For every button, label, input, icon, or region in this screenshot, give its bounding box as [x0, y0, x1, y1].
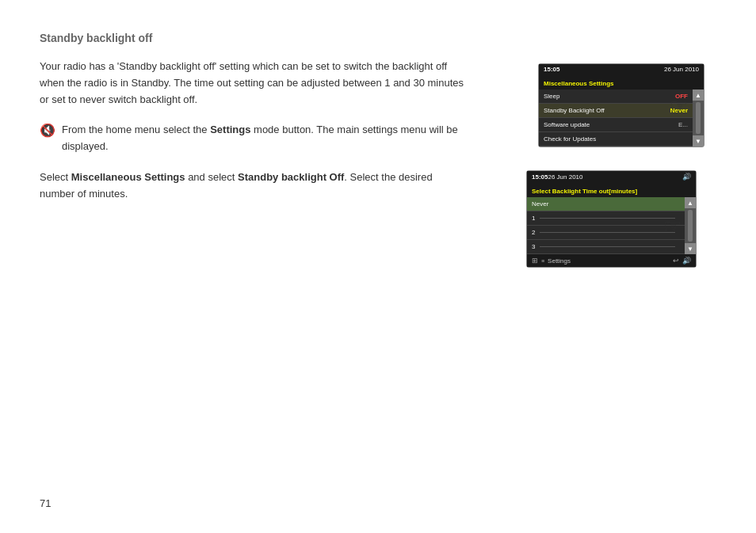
device1-row-sleep: Sleep OFF [539, 89, 693, 104]
device1-scrollbar[interactable]: ▲ ▼ [693, 89, 704, 147]
device1-sleep-label: Sleep [544, 93, 559, 100]
device2-scroll-track [688, 210, 693, 242]
device2-time: 15:05 [532, 173, 548, 181]
device2-label-2: 2 [532, 229, 535, 236]
device2-scroll-down-btn[interactable]: ▼ [685, 243, 696, 254]
body-paragraph: Your radio has a 'Standby backlight off'… [40, 59, 468, 108]
device2-item-never: Never [527, 197, 685, 211]
device2-label-3: 3 [532, 243, 535, 250]
device2-item-2: 2 [527, 226, 685, 240]
device2-date: 26 Jun 2010 [548, 173, 582, 181]
main-content: Standby backlight off Your radio has a '… [0, 0, 507, 234]
device1-sleep-value: OFF [675, 93, 688, 100]
device1-check-label: Check for Updates [544, 135, 596, 143]
bottom-volume-icon: 🔊 [682, 257, 691, 265]
scroll-down-btn[interactable]: ▼ [693, 135, 704, 147]
device1-software-value: E... [678, 121, 688, 128]
misc-settings-bold: Miscellaneous Settings [71, 171, 185, 183]
standby-backlight-bold: Standby backlight Off [238, 171, 344, 183]
device1-title: Miscellaneous Settings [544, 80, 613, 87]
device1-row-standby: Standby Backlight Off Never [539, 104, 693, 118]
scroll-track [696, 102, 701, 134]
device1-time: 15:05 [544, 66, 559, 73]
device2-volume-icon: 🔊 [682, 173, 691, 181]
scroll-up-btn[interactable]: ▲ [693, 89, 704, 101]
device2-scroll-up-btn[interactable]: ▲ [685, 197, 696, 208]
bottom-grid-icon: ⊞ [532, 257, 538, 265]
bottom-settings-label: Settings [548, 257, 571, 265]
instruction-block: 🔇 From the home menu select the Settings… [40, 122, 468, 155]
device2-title: Select Backlight Time out[minutes] [532, 188, 637, 195]
device1-date: 26 Jun 2010 [664, 66, 699, 73]
device1-row-check: Check for Updates [539, 132, 693, 147]
device-screen-1: 15:05 26 Jun 2010 Miscellaneous Settings… [538, 63, 704, 147]
device2-bottom-bar: ⊞ ≡ Settings ↩ 🔊 [527, 254, 696, 267]
devices-container: 15:05 26 Jun 2010 Miscellaneous Settings… [526, 63, 708, 317]
section-title: Standby backlight off [40, 32, 468, 44]
bottom-back-icon: ↩ [673, 257, 679, 265]
device1-standby-label: Standby Backlight Off [544, 107, 605, 114]
page-number: 71 [40, 497, 51, 509]
instruction-text: From the home menu select the Settings m… [62, 122, 458, 155]
device2-scrollbar[interactable]: ▲ ▼ [685, 197, 696, 254]
device2-item-3: 3 [527, 240, 685, 254]
device1-standby-value: Never [670, 107, 688, 114]
device1-row-software: Software update E... [539, 118, 693, 132]
select-paragraph: Select Miscellaneous Settings and select… [40, 169, 468, 203]
settings-icon: 🔇 [40, 123, 55, 138]
device-screen-2: 15:05 26 Jun 2010 🔊 Select Backlight Tim… [526, 170, 697, 268]
settings-bold: Settings [210, 124, 250, 135]
device1-software-label: Software update [544, 121, 590, 128]
device2-item-1: 1 [527, 211, 685, 226]
bottom-menu-icon: ≡ [541, 258, 544, 264]
device2-label-1: 1 [532, 215, 535, 222]
device2-label-never: Never [532, 200, 548, 207]
